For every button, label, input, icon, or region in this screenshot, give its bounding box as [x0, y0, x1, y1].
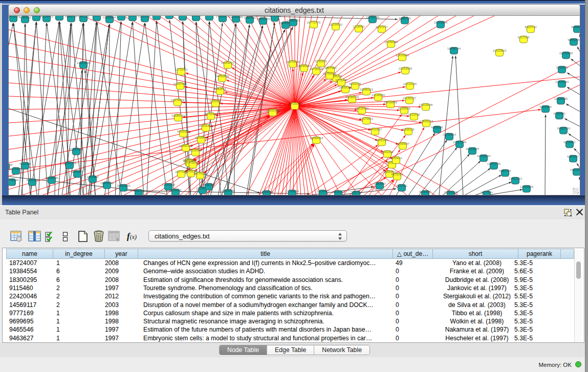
svg-text:3131636: 3131636: [408, 113, 420, 116]
svg-text:19688132: 19688132: [171, 114, 185, 117]
svg-text:12294238: 12294238: [9, 163, 13, 166]
svg-text:4389045: 4389045: [431, 126, 443, 129]
svg-text:22053595: 22053595: [399, 67, 412, 70]
svg-text:22570529: 22570529: [286, 60, 300, 63]
svg-text:13910648: 13910648: [419, 103, 433, 106]
svg-text:19832259: 19832259: [256, 17, 270, 20]
svg-text:19285201: 19285201: [287, 19, 300, 22]
svg-text:20615450: 20615450: [355, 107, 369, 110]
svg-text:13754919: 13754919: [443, 133, 456, 136]
svg-text:19836388: 19836388: [339, 86, 353, 89]
svg-text:21012166: 21012166: [403, 82, 417, 85]
svg-text:13805018: 13805018: [420, 120, 433, 123]
svg-text:9958289: 9958289: [568, 38, 580, 41]
svg-text:16648784: 16648784: [447, 47, 461, 50]
svg-text:5682115: 5682115: [78, 16, 90, 18]
svg-text:13701506: 13701506: [162, 183, 176, 186]
svg-text:1218062: 1218062: [353, 25, 365, 28]
svg-text:22093651: 22093651: [260, 190, 274, 193]
svg-text:7452134: 7452134: [350, 191, 362, 194]
svg-text:15375853: 15375853: [360, 117, 374, 120]
svg-text:21439044: 21439044: [555, 80, 569, 83]
svg-text:10057945: 10057945: [173, 82, 187, 85]
svg-text:22330030: 22330030: [477, 155, 491, 158]
svg-text:5188470: 5188470: [133, 189, 145, 192]
svg-text:8811165: 8811165: [203, 183, 215, 186]
svg-text:6357277: 6357277: [376, 26, 388, 29]
svg-text:8489709: 8489709: [65, 16, 77, 18]
svg-text:14460856: 14460856: [215, 75, 229, 78]
svg-text:8396759: 8396759: [399, 17, 411, 20]
svg-text:8029889: 8029889: [571, 26, 580, 29]
svg-text:6742460: 6742460: [553, 112, 565, 115]
svg-text:18992829: 18992829: [117, 184, 130, 187]
svg-text:6457765: 6457765: [499, 169, 511, 172]
svg-text:10228452: 10228452: [40, 16, 54, 18]
svg-text:10710248: 10710248: [444, 191, 458, 194]
svg-text:19085076: 19085076: [345, 96, 359, 99]
svg-text:8359183: 8359183: [376, 139, 388, 142]
svg-text:12541238: 12541238: [63, 162, 77, 165]
svg-text:21200396: 21200396: [229, 16, 243, 18]
svg-text:11584847: 11584847: [221, 61, 235, 64]
svg-text:8079409: 8079409: [205, 113, 217, 116]
svg-text:8224730: 8224730: [525, 26, 537, 29]
svg-text:19384554: 19384554: [310, 137, 323, 140]
svg-text:16510878: 16510878: [570, 168, 580, 171]
svg-text:20772475: 20772475: [307, 21, 321, 24]
svg-text:9983893: 9983893: [214, 87, 226, 91]
svg-text:6128503: 6128503: [398, 107, 410, 110]
svg-text:4050413: 4050413: [390, 157, 402, 160]
svg-text:18300295: 18300295: [266, 109, 280, 112]
svg-text:3220921: 3220921: [209, 100, 222, 103]
svg-text:8806804: 8806804: [203, 16, 215, 16]
svg-text:4429607: 4429607: [10, 167, 22, 170]
svg-text:21053346: 21053346: [77, 61, 91, 64]
svg-text:6368105: 6368105: [402, 128, 415, 131]
svg-text:18754131: 18754131: [323, 72, 337, 75]
svg-text:18724007: 18724007: [288, 102, 302, 105]
svg-text:13134457: 13134457: [316, 190, 330, 193]
svg-text:13421212: 13421212: [509, 177, 522, 180]
svg-text:22306335: 22306335: [554, 97, 568, 100]
svg-text:13045349: 13045349: [45, 177, 59, 180]
svg-text:15076749: 15076749: [366, 16, 380, 19]
svg-text:22474828: 22474828: [171, 99, 185, 102]
svg-text:4439167: 4439167: [91, 16, 103, 17]
svg-text:5641643: 5641643: [381, 150, 394, 154]
svg-text:20031404: 20031404: [199, 124, 213, 127]
svg-text:20372723: 20372723: [332, 190, 345, 193]
svg-text:21257684: 21257684: [70, 148, 83, 151]
svg-text:9275445: 9275445: [335, 79, 347, 82]
svg-text:8646997: 8646997: [419, 190, 431, 193]
svg-text:4735650: 4735650: [19, 16, 31, 19]
svg-text:16072954: 16072954: [434, 21, 448, 24]
svg-text:3644095: 3644095: [169, 189, 182, 192]
svg-text:16213925: 16213925: [466, 147, 480, 150]
svg-text:10323815: 10323815: [493, 49, 507, 52]
svg-text:13241736: 13241736: [487, 162, 501, 165]
svg-text:6217026: 6217026: [517, 36, 530, 39]
svg-text:1890399: 1890399: [244, 16, 256, 19]
svg-text:21754078: 21754078: [286, 190, 299, 193]
svg-text:2077105: 2077105: [175, 170, 187, 173]
svg-text:4245263: 4245263: [26, 179, 38, 182]
svg-text:10334531: 10334531: [329, 23, 343, 26]
svg-text:16705148: 16705148: [310, 68, 323, 71]
svg-text:19299464: 19299464: [103, 16, 117, 19]
svg-text:6482877: 6482877: [567, 155, 579, 158]
svg-text:13748244: 13748244: [9, 179, 19, 182]
svg-text:3333883: 3333883: [374, 182, 386, 185]
svg-text:12920906: 12920906: [520, 185, 534, 188]
svg-text:3395870: 3395870: [556, 66, 568, 69]
svg-text:15180586: 15180586: [384, 40, 398, 43]
svg-text:14275203: 14275203: [193, 172, 207, 175]
svg-text:3677374: 3677374: [481, 191, 493, 194]
svg-text:9816145: 9816145: [349, 82, 361, 85]
svg-text:15165337: 15165337: [403, 97, 417, 100]
svg-text:15157347: 15157347: [138, 16, 152, 18]
svg-text:18096865: 18096865: [384, 101, 398, 104]
svg-text:22744459: 22744459: [559, 52, 573, 55]
svg-text:16415740: 16415740: [100, 182, 114, 185]
svg-text:5793975: 5793975: [315, 60, 327, 63]
